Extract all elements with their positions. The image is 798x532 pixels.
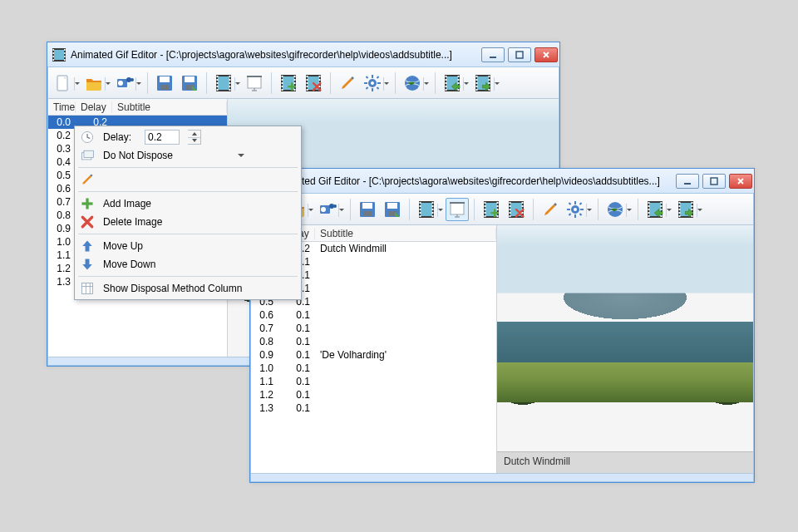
dropdown-arrow-icon[interactable] — [666, 204, 672, 217]
menu-move-up[interactable]: Move Up — [76, 237, 299, 255]
toolbar-export-right[interactable] — [674, 198, 697, 221]
table-row[interactable]: 1.00.1 — [251, 362, 496, 375]
toolbar-preview-film[interactable] — [415, 198, 438, 221]
dropdown-arrow-icon[interactable] — [463, 77, 469, 91]
window-title: Animated Gif Editor - [C:\projects\agora… — [71, 49, 481, 61]
cell-subtitle: Dutch Windmill — [315, 243, 496, 254]
col-subtitle[interactable]: Subtitle — [112, 101, 227, 113]
col-delay[interactable]: Delay — [76, 101, 112, 113]
cell-time: 0.3 — [48, 143, 76, 155]
window-front: Animated Gif Editor - [C:\projects\agora… — [249, 168, 755, 483]
cell-time: 0.8 — [48, 209, 76, 221]
maximize-button[interactable] — [702, 174, 726, 189]
columns-icon — [80, 281, 95, 296]
toolbar-delete-frame[interactable] — [302, 71, 325, 95]
layers-icon — [80, 148, 95, 163]
delay-spinner[interactable] — [188, 130, 201, 145]
menu-dispose[interactable]: Do Not Dispose — [76, 146, 299, 165]
cell-time: 0.7 — [48, 196, 76, 208]
dropdown-arrow-icon[interactable] — [626, 204, 632, 217]
menu-edit-subtitle[interactable]: - — [76, 170, 299, 189]
minimize-button[interactable] — [481, 47, 505, 62]
dropdown-arrow-icon[interactable] — [437, 204, 443, 217]
toolbar-upload-web[interactable] — [401, 71, 424, 95]
dropdown-arrow-icon[interactable] — [234, 77, 240, 91]
cell-time: 0.5 — [48, 170, 76, 181]
toolbar-export-left[interactable] — [643, 198, 667, 221]
window-title: Animated Gif Editor - [C:\projects\agora… — [273, 175, 676, 187]
toolbar-projector-screen[interactable] — [446, 198, 469, 221]
toolbar-save-as[interactable] — [381, 198, 404, 221]
titlebar[interactable]: Animated Gif Editor - [C:\projects\agora… — [47, 42, 559, 67]
dropdown-arrow-icon[interactable] — [383, 77, 389, 91]
toolbar-edit-frame[interactable] — [539, 198, 562, 221]
toolbar-add-frame[interactable] — [480, 198, 503, 221]
table-row[interactable]: 0.70.1 — [251, 322, 496, 335]
close-button[interactable] — [729, 174, 752, 189]
cell-time: 0.6 — [48, 183, 76, 195]
table-row[interactable]: 1.10.1 — [251, 375, 496, 388]
toolbar-export-right[interactable] — [471, 71, 495, 95]
dropdown-arrow-icon[interactable] — [423, 77, 429, 91]
menu-move-down[interactable]: Move Down — [76, 255, 299, 273]
svg-rect-49 — [490, 57, 496, 58]
toolbar-record-camera[interactable] — [113, 71, 136, 95]
svg-rect-50 — [516, 52, 523, 58]
toolbar-save[interactable] — [153, 71, 176, 95]
table-row[interactable]: 1.30.1 — [251, 401, 496, 415]
delay-input[interactable] — [145, 130, 180, 145]
toolbar-upload-web[interactable] — [603, 198, 627, 221]
toolbar-add-frame[interactable] — [277, 71, 300, 95]
cell-time: 0.4 — [48, 156, 76, 168]
toolbar-export-left[interactable] — [441, 71, 464, 95]
toolbar-preview-film[interactable] — [212, 71, 235, 95]
titlebar[interactable]: Animated Gif Editor - [C:\projects\agora… — [250, 169, 754, 194]
arrow-up-icon — [80, 239, 95, 254]
menu-delete-image[interactable]: Delete Image — [76, 213, 299, 231]
cell-time: 1.0 — [48, 236, 76, 248]
toolbar-save-as[interactable] — [178, 71, 201, 95]
dropdown-arrow-icon[interactable] — [105, 77, 111, 91]
dropdown-arrow-icon[interactable] — [338, 204, 344, 217]
cell-time: 0.0 — [48, 116, 76, 128]
spinner-up[interactable] — [188, 131, 200, 138]
cell-time: 1.0 — [251, 362, 278, 374]
toolbar-projector-screen[interactable] — [243, 71, 266, 95]
table-row[interactable]: 0.90.1'De Volharding' — [251, 348, 496, 362]
table-row[interactable]: 1.20.1 — [251, 388, 496, 401]
cell-delay: 0.1 — [278, 309, 315, 321]
dropdown-arrow-icon[interactable] — [697, 204, 702, 217]
app-icon — [52, 48, 66, 62]
dropdown-arrow-icon[interactable] — [308, 204, 313, 217]
dropdown-arrow-icon[interactable] — [586, 204, 592, 217]
toolbar-edit-frame[interactable] — [336, 71, 359, 95]
toolbar-delete-frame[interactable] — [505, 198, 528, 221]
toolbar-record-camera[interactable] — [316, 198, 339, 221]
preview-pane: Dutch Windmill — [497, 225, 753, 473]
toolbar-new-file[interactable] — [52, 71, 75, 95]
close-button[interactable] — [534, 47, 558, 62]
dropdown-arrow-icon[interactable] — [494, 77, 500, 91]
toolbar-settings-gear[interactable] — [361, 71, 384, 95]
subtitle-bar: Dutch Windmill — [497, 451, 753, 473]
svg-rect-51 — [684, 183, 691, 185]
cell-time: 0.6 — [251, 309, 278, 321]
maximize-button[interactable] — [508, 47, 531, 62]
dropdown-arrow-icon[interactable] — [74, 77, 80, 91]
cell-delay: 0.1 — [278, 349, 315, 361]
context-menu: Delay: Do Not Dispose - Add Image Delete… — [74, 126, 302, 300]
dropdown-arrow-icon[interactable] — [135, 77, 141, 91]
spinner-down[interactable] — [188, 138, 200, 145]
col-subtitle[interactable]: Subtitle — [315, 228, 496, 239]
table-row[interactable]: 0.60.1 — [251, 308, 496, 322]
table-row[interactable]: 0.80.1 — [251, 335, 496, 348]
col-time[interactable]: Time — [48, 101, 76, 113]
toolbar-settings-gear[interactable] — [564, 198, 587, 221]
menu-add-image[interactable]: Add Image — [76, 195, 299, 213]
cell-delay: 0.1 — [278, 376, 315, 387]
minimize-button[interactable] — [676, 174, 699, 189]
cell-time: 0.8 — [251, 336, 278, 347]
toolbar-open-folder[interactable] — [82, 71, 106, 95]
toolbar-save[interactable] — [356, 198, 379, 221]
menu-show-disposal[interactable]: Show Disposal Method Column — [76, 279, 299, 298]
